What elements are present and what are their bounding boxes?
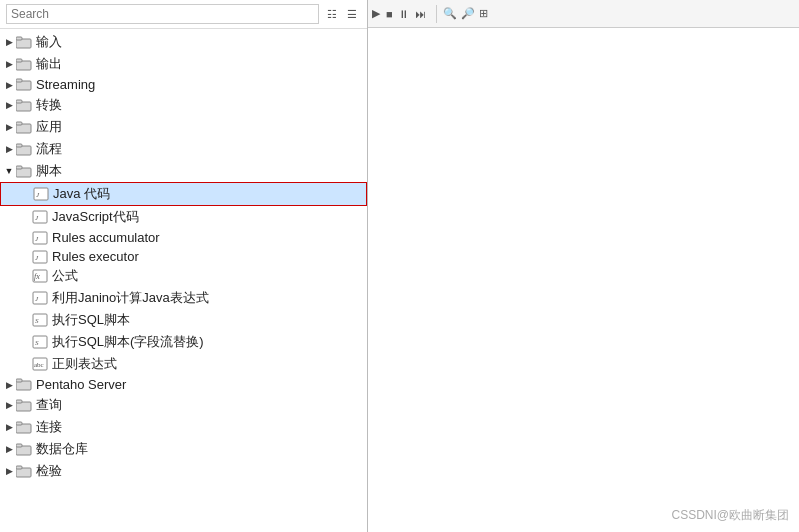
tree-item-query[interactable]: ▶ 查询	[0, 394, 367, 416]
tree-item-janino[interactable]: J 利用Janino计算Java表达式	[0, 287, 367, 309]
collapse-arrow-check: ▶	[2, 466, 16, 476]
tree-label-script: 脚本	[36, 162, 62, 180]
svg-text:S: S	[35, 339, 39, 347]
svg-rect-35	[16, 400, 22, 403]
tree-label-app: 应用	[36, 118, 62, 136]
svg-rect-3	[16, 59, 22, 62]
tree-label-input: 输入	[36, 33, 62, 51]
tree-item-rules-acc[interactable]: J Rules accumulator	[0, 228, 367, 247]
left-panel: ☷ ☰ ▶ 输入 ▶ 输出	[0, 0, 368, 532]
svg-rect-13	[16, 166, 22, 169]
tree-label-janino: 利用Janino计算Java表达式	[52, 289, 209, 307]
tree-item-script[interactable]: ▼ 脚本	[0, 160, 367, 182]
folder-icon-query	[16, 399, 32, 412]
tree-label-js-code: JavaScript代码	[52, 208, 139, 226]
collapse-arrow-output: ▶	[2, 59, 16, 69]
tree-label-formula: 公式	[52, 267, 78, 285]
svg-text:abc: abc	[34, 361, 44, 369]
tree-item-connect[interactable]: ▶ 连接	[0, 416, 367, 438]
script-icon-java: J	[33, 187, 49, 201]
svg-rect-37	[16, 422, 22, 425]
collapse-arrow-flow: ▶	[2, 144, 16, 154]
tree-item-db[interactable]: ▶ 数据仓库	[0, 438, 367, 460]
collapse-arrow-transform: ▶	[2, 100, 16, 110]
svg-rect-33	[16, 379, 22, 382]
canvas-toolbar: ▶ ■ ⏸ ⏭ 🔍 🔎 ⊞	[368, 0, 799, 28]
tree-item-java-code[interactable]: J Java 代码	[0, 182, 367, 206]
zoom-in-icon[interactable]: 🔍	[443, 7, 457, 20]
grid-icon[interactable]: ☷	[323, 5, 341, 23]
pause-icon[interactable]: ⏸	[399, 8, 409, 20]
search-bar: ☷ ☰	[0, 0, 367, 29]
script-icon-regex: abc	[32, 357, 48, 371]
tree-item-regex[interactable]: abc 正则表达式	[0, 353, 367, 375]
tree-item-pentaho[interactable]: ▶ Pentaho Server	[0, 375, 367, 394]
tree-label-java-code: Java 代码	[53, 185, 110, 203]
svg-rect-41	[16, 466, 22, 469]
collapse-arrow-db: ▶	[2, 444, 16, 454]
folder-icon-connect	[16, 421, 32, 434]
tree-label-output: 输出	[36, 55, 62, 73]
folder-icon-db	[16, 443, 32, 456]
folder-icon-transform	[16, 99, 32, 112]
svg-rect-9	[16, 122, 22, 125]
tree-item-check[interactable]: ▶ 检验	[0, 460, 367, 482]
svg-rect-11	[16, 144, 22, 147]
expand-arrow-script: ▼	[2, 166, 16, 176]
folder-icon-script	[16, 165, 32, 178]
collapse-arrow-query: ▶	[2, 400, 16, 410]
tree-label-exec-sql: 执行SQL脚本	[52, 311, 130, 329]
folder-icon-check	[16, 465, 32, 478]
collapse-arrow-pentaho: ▶	[2, 380, 16, 390]
folder-icon-input	[16, 36, 32, 49]
collapse-arrow-streaming: ▶	[2, 80, 16, 90]
collapse-arrow-input: ▶	[2, 37, 16, 47]
folder-icon-flow	[16, 143, 32, 156]
tree-item-streaming[interactable]: ▶ Streaming	[0, 75, 367, 94]
tree-label-rules-exec: Rules executor	[52, 249, 139, 264]
tree-item-flow[interactable]: ▶ 流程	[0, 138, 367, 160]
tree-label-transform: 转换	[36, 96, 62, 114]
folder-icon-streaming	[16, 78, 32, 91]
script-icon-janino: J	[32, 291, 48, 305]
separator	[436, 5, 437, 23]
svg-rect-5	[16, 79, 22, 82]
tree-item-exec-sql-field[interactable]: S 执行SQL脚本(字段流替换)	[0, 331, 367, 353]
tree-item-output[interactable]: ▶ 输出	[0, 53, 367, 75]
svg-text:fx: fx	[34, 272, 40, 281]
stop-icon[interactable]: ■	[386, 8, 393, 20]
search-input[interactable]	[6, 4, 319, 24]
step-icon[interactable]: ⏭	[415, 8, 426, 20]
list-icon[interactable]: ☰	[343, 5, 361, 23]
search-icons: ☷ ☰	[323, 5, 361, 23]
tree-label-regex: 正则表达式	[52, 355, 117, 373]
script-icon-formula: fx	[32, 269, 48, 283]
collapse-arrow-app: ▶	[2, 122, 16, 132]
tree-label-check: 检验	[36, 462, 62, 480]
tree-label-rules-acc: Rules accumulator	[52, 230, 160, 245]
tree-label-pentaho: Pentaho Server	[36, 377, 126, 392]
svg-rect-1	[16, 37, 22, 40]
tree-item-rules-exec[interactable]: J Rules executor	[0, 247, 367, 266]
tree-item-app[interactable]: ▶ 应用	[0, 116, 367, 138]
tree-item-exec-sql[interactable]: S 执行SQL脚本	[0, 309, 367, 331]
canvas-area[interactable]: 表输入 J Java 代码 CSSDNI@欧曲断集团	[368, 28, 799, 532]
folder-icon-output	[16, 58, 32, 71]
tree-label-exec-sql-field: 执行SQL脚本(字段流替换)	[52, 333, 204, 351]
script-icon-js: J	[32, 210, 48, 224]
run-icon[interactable]: ▶	[372, 7, 380, 20]
tree-item-transform[interactable]: ▶ 转换	[0, 94, 367, 116]
tree-label-query: 查询	[36, 396, 62, 414]
zoom-out-icon[interactable]: 🔎	[461, 7, 475, 20]
tree-item-input[interactable]: ▶ 输入	[0, 31, 367, 53]
folder-icon-app	[16, 121, 32, 134]
fit-icon[interactable]: ⊞	[479, 7, 488, 20]
svg-rect-7	[16, 100, 22, 103]
svg-text:S: S	[35, 317, 39, 325]
collapse-arrow-connect: ▶	[2, 422, 16, 432]
tree-item-js-code[interactable]: J JavaScript代码	[0, 206, 367, 228]
script-icon-exec-sql-field: S	[32, 335, 48, 349]
svg-rect-39	[16, 444, 22, 447]
script-icon-rules-exec: J	[32, 250, 48, 264]
tree-item-formula[interactable]: fx 公式	[0, 266, 367, 287]
